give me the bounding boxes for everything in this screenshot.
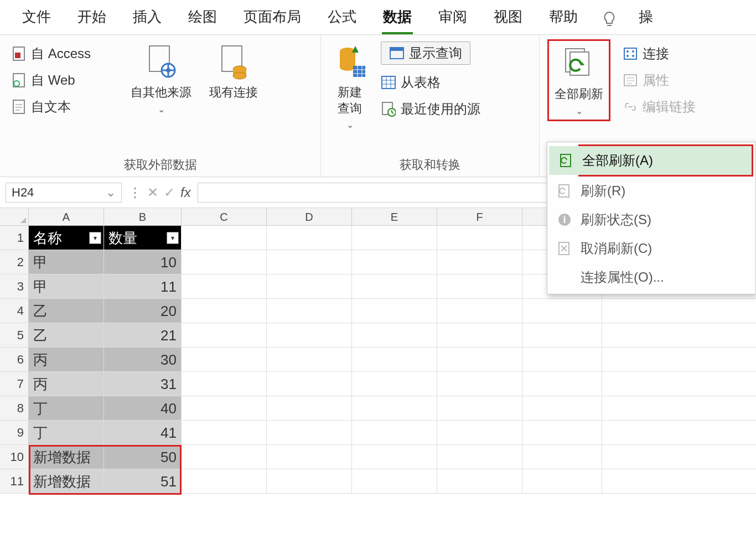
- cell[interactable]: 30: [104, 348, 182, 371]
- cell[interactable]: 40: [104, 396, 182, 420]
- cell[interactable]: [352, 299, 437, 323]
- row-head[interactable]: 7: [0, 372, 29, 396]
- cell[interactable]: [437, 372, 522, 396]
- cell[interactable]: 21: [104, 323, 182, 347]
- cell[interactable]: [182, 323, 267, 347]
- row-head[interactable]: 4: [0, 299, 29, 323]
- dropdown-connection-properties[interactable]: 连接属性(O)...: [547, 263, 755, 292]
- cell[interactable]: [437, 299, 522, 323]
- cell[interactable]: [437, 348, 522, 371]
- tellme-partial[interactable]: 操: [633, 4, 659, 34]
- tab-draw[interactable]: 绘图: [183, 4, 222, 34]
- cell[interactable]: 新增数据: [29, 469, 104, 493]
- cell[interactable]: [182, 396, 267, 420]
- cell[interactable]: 51: [104, 469, 182, 493]
- from-access-button[interactable]: 自 Access: [8, 44, 118, 64]
- col-head-A[interactable]: A: [29, 208, 104, 225]
- row-head[interactable]: 6: [0, 348, 29, 371]
- cell[interactable]: [182, 469, 267, 493]
- tab-layout[interactable]: 页面布局: [238, 4, 307, 34]
- cell[interactable]: [267, 469, 352, 493]
- from-table-button[interactable]: 从表格: [377, 72, 484, 92]
- cell[interactable]: [352, 396, 437, 420]
- cell[interactable]: [522, 323, 602, 347]
- cell[interactable]: [267, 445, 352, 469]
- row-head-1[interactable]: 1: [0, 226, 29, 250]
- tab-home[interactable]: 开始: [72, 4, 112, 34]
- cell[interactable]: [267, 348, 352, 371]
- cell[interactable]: [267, 323, 352, 347]
- tab-formula[interactable]: 公式: [322, 4, 362, 34]
- bulb-icon[interactable]: [601, 10, 618, 29]
- fx-icon[interactable]: fx: [180, 185, 191, 200]
- cell[interactable]: 丙: [29, 372, 104, 396]
- cell[interactable]: 新增数据: [29, 445, 104, 469]
- tab-view[interactable]: 视图: [488, 4, 528, 34]
- row-head[interactable]: 11: [0, 469, 29, 493]
- cell[interactable]: [437, 323, 522, 347]
- name-box[interactable]: H24 ⌄: [6, 183, 122, 203]
- cell[interactable]: [352, 250, 437, 274]
- tab-help[interactable]: 帮助: [543, 4, 583, 34]
- from-other-sources-button[interactable]: 自其他来源 ⌄: [125, 39, 197, 115]
- cell[interactable]: 丙: [29, 348, 104, 371]
- cell[interactable]: [522, 299, 602, 323]
- cell[interactable]: [437, 445, 522, 469]
- filter-dropdown-icon[interactable]: ▾: [167, 232, 179, 244]
- confirm-icon[interactable]: ✓: [164, 185, 175, 200]
- col-head-C[interactable]: C: [182, 208, 267, 225]
- cell[interactable]: [437, 469, 522, 493]
- cell[interactable]: [522, 445, 602, 469]
- table-header-qty[interactable]: 数量 ▾: [104, 226, 182, 250]
- cell[interactable]: [522, 372, 602, 396]
- cell[interactable]: [352, 348, 437, 371]
- recent-sources-button[interactable]: 最近使用的源: [377, 99, 484, 119]
- new-query-button[interactable]: 新建 查询 ⌄: [329, 39, 371, 130]
- from-text-button[interactable]: 自文本: [8, 97, 118, 117]
- cell[interactable]: [267, 250, 352, 274]
- cell[interactable]: 31: [104, 372, 182, 396]
- tab-review[interactable]: 审阅: [433, 4, 473, 34]
- cell[interactable]: [437, 274, 522, 298]
- from-web-button[interactable]: 自 Web: [8, 70, 118, 90]
- cell[interactable]: 丁: [29, 421, 104, 444]
- cell[interactable]: [182, 421, 267, 444]
- refresh-all-button[interactable]: 全部刷新 ⌄: [551, 43, 607, 117]
- cell[interactable]: 甲: [29, 274, 104, 298]
- cell[interactable]: [352, 274, 437, 298]
- cell[interactable]: [522, 396, 602, 420]
- row-head[interactable]: 10: [0, 445, 29, 469]
- row-head[interactable]: 3: [0, 274, 29, 298]
- cell[interactable]: 50: [104, 445, 182, 469]
- cell[interactable]: [352, 372, 437, 396]
- cell[interactable]: [182, 226, 267, 250]
- connections-button[interactable]: 连接: [619, 44, 699, 64]
- filter-dropdown-icon[interactable]: ▾: [89, 232, 101, 244]
- existing-connections-button[interactable]: 现有连接: [204, 39, 263, 101]
- cell[interactable]: [182, 372, 267, 396]
- cell[interactable]: [267, 299, 352, 323]
- table-header-name[interactable]: 名称 ▾: [29, 226, 104, 250]
- cell[interactable]: [267, 421, 352, 444]
- cell[interactable]: 41: [104, 421, 182, 444]
- cell[interactable]: [182, 299, 267, 323]
- cell[interactable]: [437, 421, 522, 444]
- cell[interactable]: [437, 250, 522, 274]
- col-head-E[interactable]: E: [352, 208, 437, 225]
- cell[interactable]: [182, 348, 267, 371]
- expand-icon[interactable]: ⋮: [128, 185, 142, 200]
- cell[interactable]: [267, 274, 352, 298]
- tab-data[interactable]: 数据: [377, 4, 417, 34]
- tab-file[interactable]: 文件: [17, 4, 56, 34]
- cell[interactable]: 丁: [29, 396, 104, 420]
- cell[interactable]: [437, 226, 522, 250]
- cell[interactable]: 乙: [29, 299, 104, 323]
- cell[interactable]: [182, 250, 267, 274]
- col-head-B[interactable]: B: [104, 208, 182, 225]
- cell[interactable]: 11: [104, 274, 182, 298]
- cell[interactable]: 10: [104, 250, 182, 274]
- dropdown-refresh-all[interactable]: 全部刷新(A): [549, 146, 752, 175]
- cell[interactable]: [352, 445, 437, 469]
- cell[interactable]: [352, 226, 437, 250]
- tab-insert[interactable]: 插入: [127, 4, 167, 34]
